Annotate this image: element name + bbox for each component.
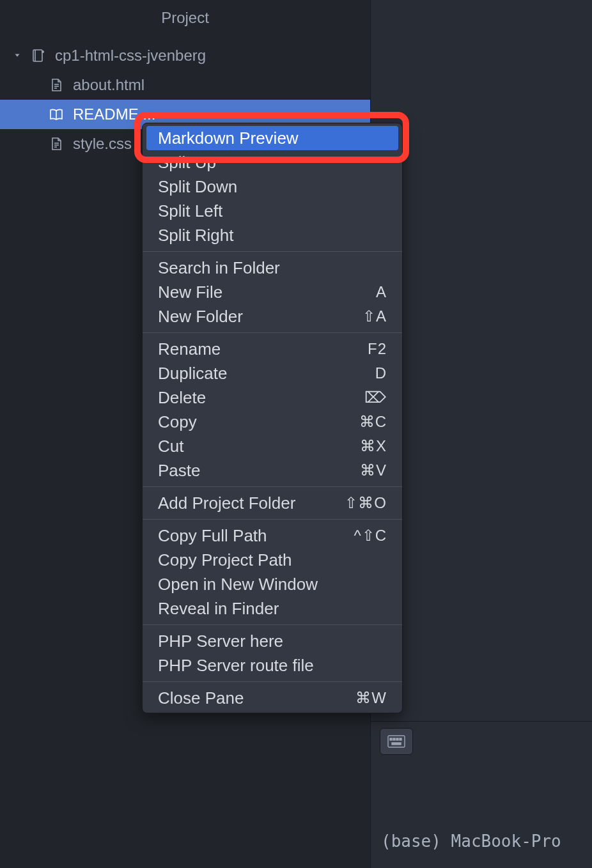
terminal-panel: (base) MacBook-Pro (base) MacBook-Pro CS… <box>371 721 592 868</box>
menu-item-label: Split Up <box>158 153 216 173</box>
menu-item-label: New Folder <box>158 307 243 327</box>
menu-item-shortcut: ⌘C <box>359 413 387 431</box>
svg-rect-15 <box>392 743 401 745</box>
file-label: style.css <box>73 135 132 153</box>
repo-icon <box>31 48 46 63</box>
menu-item-label: Markdown Preview <box>158 128 299 148</box>
svg-rect-11 <box>390 738 392 740</box>
menu-item-label: PHP Server here <box>158 632 283 651</box>
svg-rect-13 <box>396 738 398 740</box>
menu-separator <box>143 681 402 682</box>
svg-rect-0 <box>33 50 42 61</box>
menu-item-label: Reveal in Finder <box>158 599 279 619</box>
menu-item-close-pane[interactable]: Close Pane⌘W <box>143 686 402 710</box>
terminal-line: (base) MacBook-Pro <box>381 828 582 855</box>
menu-item-split-left[interactable]: Split Left <box>143 199 402 223</box>
menu-item-shortcut: ⌘X <box>360 437 387 455</box>
svg-rect-14 <box>400 738 401 740</box>
terminal-output[interactable]: (base) MacBook-Pro (base) MacBook-Pro CS… <box>371 761 592 868</box>
menu-item-label: Split Down <box>158 177 237 197</box>
menu-item-label: Search in Folder <box>158 258 280 278</box>
panel-title: Project <box>0 0 370 38</box>
menu-item-add-project-folder[interactable]: Add Project Folder⇧⌘O <box>143 491 402 515</box>
menu-item-delete[interactable]: Delete⌦ <box>143 385 402 410</box>
book-icon <box>49 107 64 122</box>
context-menu: Markdown PreviewSplit UpSplit DownSplit … <box>142 123 403 713</box>
menu-item-label: Add Project Folder <box>158 493 295 513</box>
file-icon <box>49 136 64 151</box>
menu-item-copy[interactable]: Copy⌘C <box>143 410 402 434</box>
menu-item-label: Duplicate <box>158 364 227 384</box>
menu-item-reveal-in-finder[interactable]: Reveal in Finder <box>143 596 402 621</box>
menu-item-label: Close Pane <box>158 688 244 708</box>
menu-item-duplicate[interactable]: DuplicateD <box>143 361 402 385</box>
menu-item-label: Delete <box>158 388 206 408</box>
menu-item-shortcut: A <box>376 283 387 301</box>
menu-item-new-folder[interactable]: New Folder⇧A <box>143 304 402 329</box>
terminal-toolbar <box>371 722 592 761</box>
menu-item-markdown-preview[interactable]: Markdown Preview <box>146 126 398 150</box>
menu-item-shortcut: ^⇧C <box>354 527 387 545</box>
menu-separator <box>143 332 402 333</box>
root-label: cp1-html-css-jvenberg <box>55 47 206 65</box>
menu-item-copy-full-path[interactable]: Copy Full Path^⇧C <box>143 523 402 548</box>
svg-rect-10 <box>388 736 405 747</box>
menu-item-cut[interactable]: Cut⌘X <box>143 434 402 458</box>
menu-item-label: Copy <box>158 412 197 432</box>
menu-separator <box>143 624 402 625</box>
menu-item-split-up[interactable]: Split Up <box>143 150 402 174</box>
menu-item-label: Copy Full Path <box>158 526 267 546</box>
keyboard-button[interactable] <box>380 728 413 755</box>
file-label: README ... <box>73 105 155 123</box>
menu-item-label: Split Right <box>158 226 234 245</box>
menu-item-copy-project-path[interactable]: Copy Project Path <box>143 548 402 572</box>
menu-item-php-server-here[interactable]: PHP Server here <box>143 629 402 653</box>
svg-rect-12 <box>393 738 395 740</box>
menu-item-label: Split Left <box>158 201 222 221</box>
editor-area: (base) MacBook-Pro (base) MacBook-Pro CS… <box>371 0 592 868</box>
menu-item-search-in-folder[interactable]: Search in Folder <box>143 256 402 280</box>
menu-item-label: New File <box>158 283 222 302</box>
menu-item-open-in-new-window[interactable]: Open in New Window <box>143 572 402 596</box>
menu-item-paste[interactable]: Paste⌘V <box>143 458 402 483</box>
menu-item-split-right[interactable]: Split Right <box>143 223 402 247</box>
chevron-down-icon <box>13 51 22 60</box>
tree-root-row[interactable]: cp1-html-css-jvenberg <box>0 41 370 70</box>
tree-file-about[interactable]: about.html <box>0 70 370 100</box>
menu-separator <box>143 251 402 252</box>
menu-item-label: Paste <box>158 461 201 481</box>
menu-item-label: Open in New Window <box>158 575 318 594</box>
menu-separator <box>143 519 402 520</box>
menu-item-shortcut: ⇧A <box>362 307 387 325</box>
menu-item-shortcut: ⌦ <box>364 389 387 407</box>
menu-item-shortcut: D <box>375 364 387 382</box>
menu-item-php-server-route-file[interactable]: PHP Server route file <box>143 653 402 678</box>
menu-item-shortcut: ⌘V <box>360 461 387 479</box>
svg-point-2 <box>42 51 43 52</box>
file-icon <box>49 77 64 93</box>
menu-item-shortcut: F2 <box>368 340 387 358</box>
menu-item-split-down[interactable]: Split Down <box>143 174 402 199</box>
menu-item-label: Rename <box>158 339 221 359</box>
menu-item-shortcut: ⇧⌘O <box>345 494 387 512</box>
menu-item-label: Copy Project Path <box>158 550 292 570</box>
file-label: about.html <box>73 76 144 94</box>
menu-item-shortcut: ⌘W <box>355 689 387 707</box>
menu-separator <box>143 486 402 487</box>
menu-item-rename[interactable]: RenameF2 <box>143 337 402 361</box>
menu-item-label: Cut <box>158 437 183 456</box>
menu-item-label: PHP Server route file <box>158 656 314 676</box>
menu-item-new-file[interactable]: New FileA <box>143 280 402 304</box>
